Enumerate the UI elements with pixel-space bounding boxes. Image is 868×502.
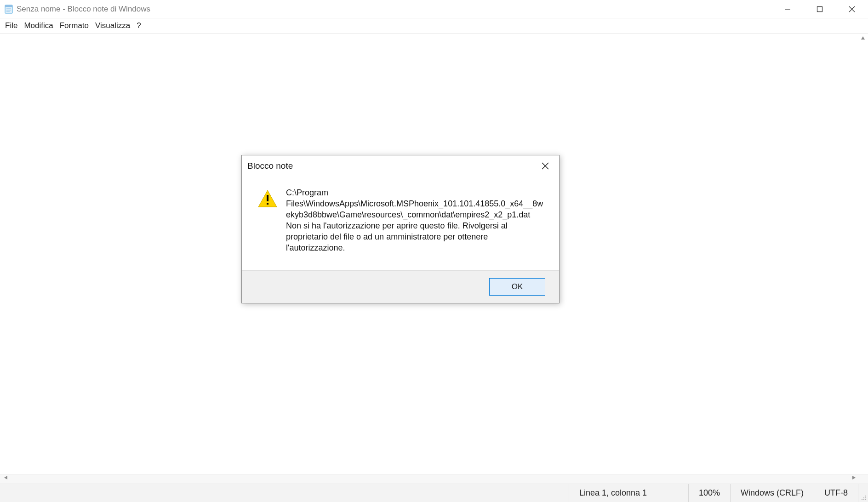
dialog-body: C:\Program Files\WindowsApps\Microsoft.M… [242, 177, 559, 270]
menu-file[interactable]: File [2, 19, 21, 32]
menu-edit[interactable]: Modifica [21, 19, 56, 32]
scroll-left-icon[interactable] [2, 473, 10, 482]
svg-marker-9 [861, 36, 865, 40]
svg-point-13 [863, 499, 864, 500]
status-encoding: UTF-8 [814, 484, 858, 502]
horizontal-scrollbar[interactable] [0, 474, 868, 484]
ok-button[interactable]: OK [489, 278, 545, 296]
scroll-right-icon[interactable] [850, 473, 858, 482]
dialog-button-row: OK [242, 270, 559, 303]
svg-point-17 [865, 496, 866, 496]
svg-point-14 [865, 497, 866, 498]
minimize-button[interactable] [771, 0, 804, 18]
svg-point-16 [863, 497, 864, 498]
menu-view[interactable]: Visualizza [92, 19, 133, 32]
window-controls [771, 0, 868, 18]
menu-help[interactable]: ? [133, 19, 144, 32]
notepad-icon [4, 4, 14, 14]
svg-point-12 [865, 499, 866, 500]
dialog-titlebar: Blocco note [242, 155, 559, 177]
status-lineend: Windows (CRLF) [730, 484, 814, 502]
warning-icon [257, 188, 278, 254]
svg-rect-6 [817, 6, 822, 11]
svg-point-15 [862, 499, 862, 500]
dialog-title: Blocco note [247, 161, 293, 171]
menu-format[interactable]: Formato [57, 19, 92, 32]
titlebar: Senza nome - Blocco note di Windows [0, 0, 868, 18]
menubar: File Modifica Formato Visualizza ? [0, 18, 868, 34]
window-title: Senza nome - Blocco note di Windows [17, 5, 150, 14]
svg-marker-11 [852, 476, 856, 479]
status-spacer [0, 484, 569, 502]
resize-grip[interactable] [858, 484, 868, 502]
maximize-button[interactable] [804, 0, 836, 18]
statusbar: Linea 1, colonna 1 100% Windows (CRLF) U… [0, 484, 868, 502]
scroll-up-icon[interactable] [859, 34, 867, 42]
svg-rect-22 [267, 203, 268, 205]
dialog-close-button[interactable] [537, 158, 554, 174]
close-button[interactable] [836, 0, 868, 18]
svg-rect-21 [267, 195, 268, 201]
status-position: Linea 1, colonna 1 [569, 484, 688, 502]
dialog-message: C:\Program Files\WindowsApps\Microsoft.M… [286, 188, 546, 254]
status-zoom: 100% [688, 484, 730, 502]
svg-marker-10 [4, 476, 7, 479]
svg-rect-1 [5, 5, 12, 7]
error-dialog: Blocco note C:\Program Files\WindowsApps… [241, 155, 560, 303]
